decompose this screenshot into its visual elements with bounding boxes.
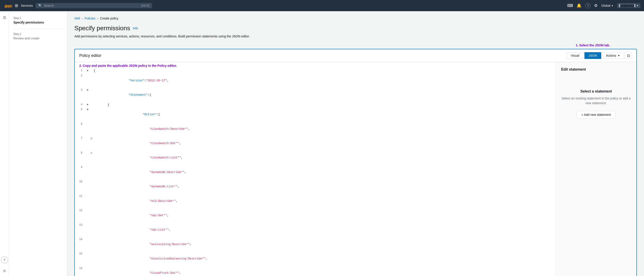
edit-statement-panel: Edit statement Select a statement Select… (556, 62, 636, 276)
grid-icon[interactable]: ⊞ (15, 3, 18, 8)
search-input[interactable] (44, 4, 140, 8)
svg-text:aws: aws (4, 3, 12, 9)
side-panel: ☰ ? ◎ (0, 11, 9, 276)
code-line-5: 5 ▼ "Action":[ (75, 107, 556, 122)
bell-icon[interactable]: 🔔 (576, 3, 582, 8)
select-statement-center: Select a statement Select an existing st… (561, 80, 631, 118)
side-location-icon[interactable]: ◎ (1, 267, 8, 274)
code-line-2: 2 "Version":"2012-10-17", (75, 74, 556, 88)
code-area[interactable]: 2. Copy and paste the applicable JSON po… (75, 62, 556, 276)
tab-visual[interactable]: Visual (566, 52, 584, 59)
annotation-copy-text: 2. Copy and paste the applicable JSON po… (79, 64, 177, 68)
page-title-text: Specify permissions (74, 25, 130, 32)
select-statement-heading: Select a statement (580, 90, 612, 94)
tab-json[interactable]: JSON (584, 52, 601, 59)
account-menu[interactable]: ████████ ▼ (617, 3, 640, 8)
annotation-copy-bar: 2. Copy and paste the applicable JSON po… (75, 62, 556, 68)
code-line-10: 10 "dynamodb:List*", (75, 180, 556, 194)
step-1-name: Specify permissions (14, 20, 62, 24)
code-line-7: 7 ◎ "cloudwatch:Get*", (75, 136, 556, 150)
help-icon[interactable]: ? (585, 3, 590, 8)
breadcrumb-iam[interactable]: IAM (74, 16, 80, 20)
code-line-9: 9 "dynamodb:Describe*", (75, 165, 556, 180)
editor-tabs: Visual JSON Actions ▼ ⊡ (566, 52, 632, 59)
tab-actions[interactable]: Actions ▼ (602, 52, 624, 59)
step-2-name: Review and create (14, 36, 62, 40)
step-1-label: Step 1 (14, 16, 62, 20)
actions-chevron: ▼ (618, 54, 620, 57)
actions-label: Actions (606, 54, 616, 57)
step-1: Step 1 Specify permissions (14, 16, 62, 24)
search-icon: 🔍 (38, 4, 42, 8)
code-line-8: 8 ◎ "cloudwatch:List*", (75, 151, 556, 165)
select-statement-desc: Select an existing statement in the poli… (561, 96, 631, 106)
code-line-1: 1 ▼ { (75, 68, 556, 74)
search-shortcut: [Alt+S] (141, 4, 150, 7)
code-line-15: 15 "elasticloadbalancing:Describe*", (75, 252, 556, 266)
content-area: IAM › Policies › Create policy Specify p… (67, 11, 644, 276)
expand-icon[interactable]: ⊡ (625, 52, 632, 59)
top-nav: aws ⊞ Services 🔍 [Alt+S] ⌨ 🔔 ? ⚙ Global … (0, 0, 644, 11)
code-line-16: 16 "cloudfront:Get*", (75, 266, 556, 276)
side-help-icon[interactable]: ? (1, 256, 8, 264)
editor-body: 2. Copy and paste the applicable JSON po… (75, 62, 636, 276)
services-menu[interactable]: Services (21, 4, 33, 8)
code-line-3: 3 ▼ "Statement":[ (75, 88, 556, 102)
region-selector[interactable]: Global ▼ (601, 4, 613, 8)
code-line-6: 6 "cloudwatch:Describe*", (75, 122, 556, 136)
code-line-14: 14 "autoscaling:Describe*", (75, 237, 556, 252)
breadcrumb-sep-2: › (97, 16, 98, 20)
page-title: Specify permissions Info (74, 25, 637, 32)
aws-logo[interactable]: aws (4, 1, 12, 10)
nav-icons: ⌨ 🔔 ? ⚙ Global ▼ ████████ ▼ (567, 3, 640, 8)
code-line-4: 4 ▼ { (75, 102, 556, 108)
policy-editor-container: Policy editor Visual JSON Actions ▼ ⊡ (74, 49, 637, 276)
left-sidebar: Step 1 Specify permissions Step 2 Review… (9, 11, 67, 276)
breadcrumb-policies[interactable]: Policies (85, 16, 96, 20)
terminal-icon[interactable]: ⌨ (567, 3, 573, 8)
page-description: Add permissions by selecting services, a… (74, 34, 637, 38)
step-2: Step 2 Review and create (14, 32, 62, 40)
edit-statement-title: Edit statement (561, 68, 631, 72)
code-line-13: 13 "sqs:List*", (75, 223, 556, 237)
hamburger-icon[interactable]: ☰ (1, 14, 8, 21)
search-bar[interactable]: 🔍 [Alt+S] (36, 3, 152, 8)
breadcrumb-current: Create policy (100, 16, 118, 20)
code-lines[interactable]: 1 ▼ { 2 "Version":"2012-10-17", (75, 68, 556, 276)
add-statement-button[interactable]: + Add new statement (576, 111, 615, 118)
breadcrumb-sep-1: › (82, 16, 83, 20)
editor-title: Policy editor (79, 53, 101, 58)
step-2-label: Step 2 (14, 32, 62, 36)
code-line-12: 12 "sqs:Get*", (75, 208, 556, 223)
breadcrumb: IAM › Policies › Create policy (74, 16, 637, 20)
info-link[interactable]: Info (133, 26, 138, 30)
editor-header: Policy editor Visual JSON Actions ▼ ⊡ (75, 49, 636, 62)
settings-icon[interactable]: ⚙ (594, 3, 598, 8)
code-line-11: 11 "ec2:Describe*", (75, 194, 556, 208)
annotation-select-json: 1. Select the JSON tab. (74, 44, 637, 47)
